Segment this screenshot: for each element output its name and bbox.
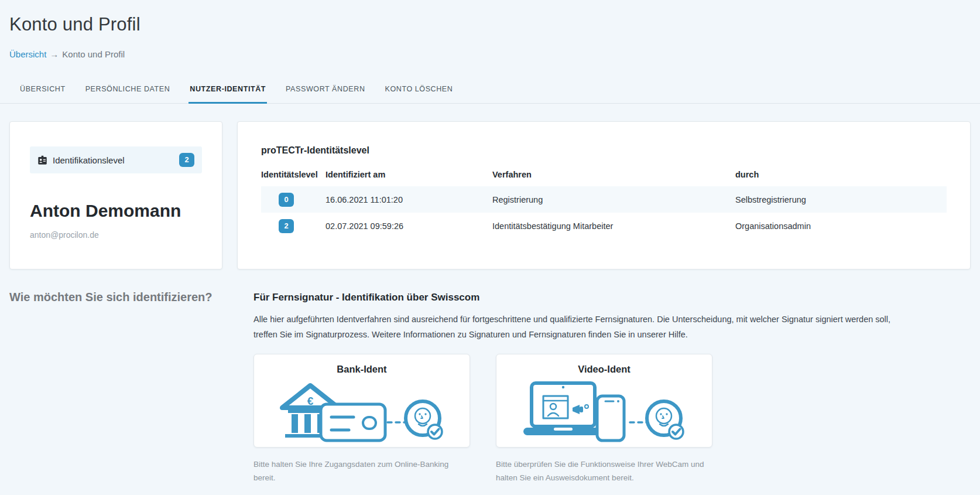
video-ident-method: Video-Ident: [496, 354, 712, 484]
identification-level-badge: 2: [179, 153, 194, 167]
tab-bar: ÜBERSICHT PERSÖNLICHE DATEN NUTZER-IDENT…: [0, 78, 980, 104]
svg-text:€: €: [307, 395, 314, 407]
video-ident-title: Video-Ident: [502, 364, 706, 375]
id-badge-icon: [37, 155, 47, 165]
video-ident-caption: Bitte überprüfen Sie die Funktionsweise …: [496, 458, 712, 484]
table-header-row: Identitätslevel Identifiziert am Verfahr…: [261, 164, 947, 186]
fernsignatur-description: Alle hier aufgeführten Identverfahren si…: [253, 312, 915, 342]
tab-uebersicht[interactable]: ÜBERSICHT: [19, 78, 67, 104]
column-header-verfahren: Verfahren: [492, 164, 735, 186]
identity-level-panel-title: proTECTr-Identitätslevel: [261, 145, 947, 156]
right-column: proTECTr-Identitätslevel Identitätslevel…: [237, 121, 971, 484]
video-ident-card[interactable]: Video-Ident: [496, 354, 712, 448]
cell-identified-date: 16.06.2021 11:01:20: [325, 186, 492, 213]
tab-persoenliche-daten[interactable]: PERSÖNLICHE DATEN: [84, 78, 172, 104]
bank-ident-title: Bank-Ident: [260, 364, 464, 375]
column-header-identitaetslevel: Identitätslevel: [261, 164, 325, 186]
profile-name: Anton Demomann: [30, 201, 202, 221]
cell-durch: Selbstregistrierung: [735, 186, 947, 213]
tab-nutzer-identitaet[interactable]: NUTZER-IDENTITÄT: [189, 78, 267, 104]
tab-konto-loeschen[interactable]: KONTO LÖSCHEN: [384, 78, 454, 104]
breadcrumb-current: Konto und Profil: [62, 49, 125, 59]
bank-ident-caption: Bitte halten Sie Ihre Zugangsdaten zum O…: [253, 458, 470, 484]
table-row: 0 16.06.2021 11:01:20 Registrierung Selb…: [261, 186, 947, 213]
fernsignatur-title: Für Fernsignatur - Identifikation über S…: [253, 292, 971, 303]
column-header-identifiziert-am: Identifiziert am: [325, 164, 492, 186]
level-badge-0: 0: [279, 193, 294, 207]
left-column: Identifikationslevel 2 Anton Demomann an…: [9, 121, 222, 484]
bank-ident-method: Bank-Ident €: [253, 354, 470, 484]
cell-verfahren: Identitätsbestätigung Mitarbeiter: [492, 213, 735, 239]
identification-level-label: Identifikationslevel: [53, 155, 125, 165]
table-row: 2 02.07.2021 09:59:26 Identitätsbestätig…: [261, 213, 947, 239]
bank-ident-illustration: €: [274, 377, 450, 445]
page-header: Konto und Profil Übersicht→Konto und Pro…: [0, 0, 980, 59]
identify-question-heading: Wie möchten Sie sich identifizieren?: [9, 291, 222, 304]
profile-card: Identifikationslevel 2 Anton Demomann an…: [9, 121, 222, 269]
cell-identified-date: 02.07.2021 09:59:26: [325, 213, 492, 239]
bank-ident-card[interactable]: Bank-Ident €: [253, 354, 470, 448]
level-badge-2: 2: [279, 219, 294, 233]
page-title: Konto und Profil: [9, 14, 971, 35]
identification-level-strip: Identifikationslevel 2: [30, 146, 202, 173]
fernsignatur-section: Für Fernsignatur - Identifikation über S…: [237, 292, 971, 484]
breadcrumb-separator: →: [50, 49, 59, 59]
ident-method-cards: Bank-Ident €: [253, 354, 971, 484]
tab-passwort-aendern[interactable]: PASSWORT ÄNDERN: [285, 78, 366, 104]
identity-level-panel: proTECTr-Identitätslevel Identitätslevel…: [237, 121, 971, 269]
identity-level-table: Identitätslevel Identifiziert am Verfahr…: [261, 164, 947, 239]
column-header-durch: durch: [735, 164, 947, 186]
cell-verfahren: Registrierung: [492, 186, 735, 213]
breadcrumb-link-uebersicht[interactable]: Übersicht: [9, 49, 46, 59]
breadcrumb: Übersicht→Konto und Profil: [9, 49, 971, 59]
profile-email: anton@procilon.de: [30, 230, 202, 240]
video-ident-illustration: [516, 377, 692, 445]
main-content: Identifikationslevel 2 Anton Demomann an…: [0, 104, 980, 484]
cell-durch: Organisationsadmin: [735, 213, 947, 239]
